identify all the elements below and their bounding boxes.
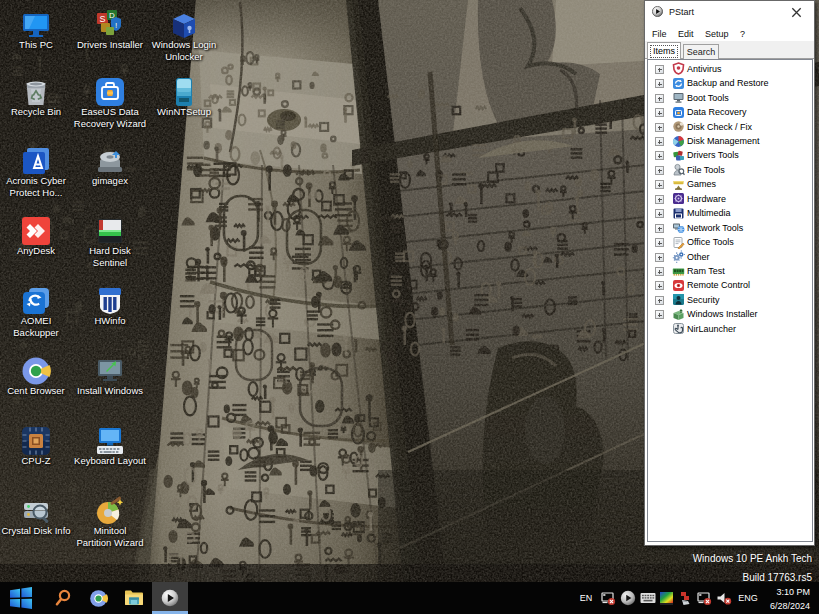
svg-text:!: ! [115,21,117,30]
svg-text:S: S [99,14,105,24]
